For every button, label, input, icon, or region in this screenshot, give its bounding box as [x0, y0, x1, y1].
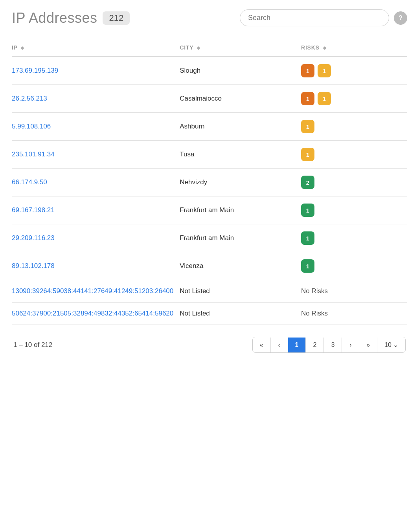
risk-badge: 1: [301, 204, 314, 217]
risks-cell: 1: [301, 141, 407, 169]
table-row: 173.69.195.139Slough11: [12, 57, 407, 85]
table-row: 13090:39264:59038:44141:27649:41249:5120…: [12, 280, 407, 303]
ip-link[interactable]: 173.69.195.139: [12, 67, 58, 74]
no-risks-label: No Risks: [301, 310, 328, 317]
risks-cell: 2: [301, 169, 407, 196]
sort-icon-ip: [21, 46, 24, 50]
risk-badge: 2: [301, 176, 314, 189]
table-row: 66.174.9.50Nehvizdy2: [12, 169, 407, 196]
page-header: IP Addresses 212 ?: [12, 9, 407, 26]
pagination-perpage[interactable]: 10 ⌄: [377, 337, 405, 352]
no-risks-label: No Risks: [301, 287, 328, 295]
risks-cell: 11: [301, 85, 407, 113]
header-left: IP Addresses 212: [12, 10, 130, 26]
ip-link[interactable]: 50624:37900:21505:32894:49832:44352:6541…: [12, 310, 173, 317]
risk-badge: 1: [301, 120, 314, 133]
pagination-bar: 1 – 10 of 212 « ‹ 1 2 3 › » 10 ⌄: [12, 337, 407, 353]
city-cell: Slough: [180, 57, 301, 85]
table-row: 89.13.102.178Vicenza1: [12, 252, 407, 280]
risk-badge: 1: [318, 64, 331, 77]
risk-badge: 1: [318, 92, 331, 105]
col-header-ip[interactable]: IP: [12, 39, 180, 57]
ip-link[interactable]: 69.167.198.21: [12, 206, 55, 214]
risks-cell: 11: [301, 57, 407, 85]
sort-icon-city: [197, 46, 200, 50]
risks-cell: No Risks: [301, 280, 407, 303]
pagination-last[interactable]: »: [359, 338, 377, 352]
header-right: ?: [240, 9, 407, 26]
ip-link[interactable]: 235.101.91.34: [12, 150, 55, 158]
city-cell: Casalmaiocco: [180, 85, 301, 113]
ip-table: IP CITY RISKS 17: [12, 39, 407, 325]
table-row: 50624:37900:21505:32894:49832:44352:6541…: [12, 303, 407, 325]
help-icon[interactable]: ?: [394, 11, 407, 25]
table-row: 26.2.56.213Casalmaiocco11: [12, 85, 407, 113]
risk-badge: 1: [301, 259, 314, 273]
count-badge: 212: [103, 11, 130, 25]
ip-link[interactable]: 89.13.102.178: [12, 262, 55, 270]
col-header-risks[interactable]: RISKS: [301, 39, 407, 57]
table-row: 29.209.116.23Frankfurt am Main1: [12, 224, 407, 252]
ip-link[interactable]: 5.99.108.106: [12, 123, 51, 130]
pagination-page-3[interactable]: 3: [324, 338, 342, 352]
pagination-prev[interactable]: ‹: [271, 338, 288, 352]
pagination-next[interactable]: ›: [342, 338, 359, 352]
ip-link[interactable]: 29.209.116.23: [12, 234, 55, 242]
pagination-first[interactable]: «: [253, 338, 271, 352]
pagination-page-2[interactable]: 2: [306, 338, 324, 352]
risks-cell: 1: [301, 113, 407, 141]
page-title: IP Addresses: [12, 10, 97, 26]
search-input[interactable]: [240, 9, 389, 26]
city-cell: Frankfurt am Main: [180, 224, 301, 252]
risks-cell: 1: [301, 224, 407, 252]
city-cell: Not Listed: [180, 280, 301, 303]
table-row: 69.167.198.21Frankfurt am Main1: [12, 196, 407, 224]
city-cell: Tusa: [180, 141, 301, 169]
risk-badge: 1: [301, 148, 314, 161]
risks-cell: 1: [301, 196, 407, 224]
risk-badge: 1: [301, 231, 314, 245]
risks-cell: No Risks: [301, 303, 407, 325]
table-row: 235.101.91.34Tusa1: [12, 141, 407, 169]
pagination-info: 1 – 10 of 212: [13, 341, 52, 349]
city-cell: Frankfurt am Main: [180, 196, 301, 224]
table-row: 5.99.108.106Ashburn1: [12, 113, 407, 141]
table-header-row: IP CITY RISKS: [12, 39, 407, 57]
pagination-page-1[interactable]: 1: [288, 338, 306, 352]
ip-link[interactable]: 13090:39264:59038:44141:27649:41249:5120…: [12, 287, 173, 295]
risks-cell: 1: [301, 252, 407, 280]
pagination-controls: « ‹ 1 2 3 › » 10 ⌄: [252, 337, 406, 353]
risk-badge: 1: [301, 64, 314, 77]
ip-link[interactable]: 26.2.56.213: [12, 95, 47, 102]
city-cell: Nehvizdy: [180, 169, 301, 196]
ip-link[interactable]: 66.174.9.50: [12, 178, 47, 186]
col-header-city[interactable]: CITY: [180, 39, 301, 57]
city-cell: Not Listed: [180, 303, 301, 325]
sort-icon-risks: [323, 46, 326, 50]
city-cell: Ashburn: [180, 113, 301, 141]
risk-badge: 1: [301, 92, 314, 105]
chevron-down-icon: ⌄: [393, 341, 398, 349]
city-cell: Vicenza: [180, 252, 301, 280]
